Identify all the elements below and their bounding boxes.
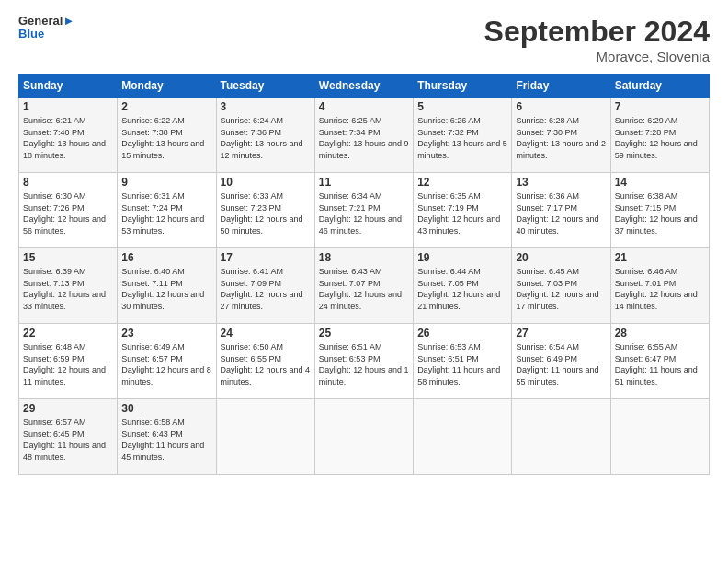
day-number: 22 xyxy=(23,327,113,339)
calendar-cell: 6 Sunrise: 6:28 AMSunset: 7:30 PMDayligh… xyxy=(512,98,610,173)
day-number: 13 xyxy=(516,176,606,189)
calendar-cell: 20 Sunrise: 6:45 AMSunset: 7:03 PMDaylig… xyxy=(512,248,610,324)
day-number: 5 xyxy=(417,100,507,113)
header: General► Blue September 2024 Moravce, Sl… xyxy=(18,15,710,64)
day-number: 15 xyxy=(23,251,113,264)
calendar-cell: 7 Sunrise: 6:29 AMSunset: 7:28 PMDayligh… xyxy=(610,98,709,173)
calendar-cell xyxy=(314,399,413,475)
table-row: 22 Sunrise: 6:48 AMSunset: 6:59 PMDaylig… xyxy=(19,324,710,399)
cell-info: Sunrise: 6:45 AMSunset: 7:03 PMDaylight:… xyxy=(516,266,606,312)
cell-info: Sunrise: 6:54 AMSunset: 6:49 PMDaylight:… xyxy=(516,341,606,387)
col-thursday: Thursday xyxy=(414,75,512,98)
day-number: 19 xyxy=(417,251,507,264)
cell-info: Sunrise: 6:35 AMSunset: 7:19 PMDaylight:… xyxy=(417,190,507,236)
day-number: 3 xyxy=(221,100,311,113)
calendar-cell: 8 Sunrise: 6:30 AMSunset: 7:26 PMDayligh… xyxy=(19,173,118,248)
day-number: 26 xyxy=(417,327,507,339)
day-number: 24 xyxy=(221,327,311,339)
day-number: 14 xyxy=(615,176,705,189)
day-number: 1 xyxy=(23,100,113,113)
table-row: 8 Sunrise: 6:30 AMSunset: 7:26 PMDayligh… xyxy=(19,173,710,248)
calendar-body: 1 Sunrise: 6:21 AMSunset: 7:40 PMDayligh… xyxy=(19,98,710,475)
day-number: 12 xyxy=(417,176,507,189)
calendar-cell: 16 Sunrise: 6:40 AMSunset: 7:11 PMDaylig… xyxy=(118,248,216,324)
cell-info: Sunrise: 6:50 AMSunset: 6:55 PMDaylight:… xyxy=(221,341,311,387)
calendar-cell: 23 Sunrise: 6:49 AMSunset: 6:57 PMDaylig… xyxy=(118,324,216,399)
col-wednesday: Wednesday xyxy=(314,75,413,98)
day-number: 30 xyxy=(121,402,211,415)
month-title: September 2024 xyxy=(484,15,710,49)
cell-info: Sunrise: 6:55 AMSunset: 6:47 PMDaylight:… xyxy=(615,341,705,387)
calendar-cell: 13 Sunrise: 6:36 AMSunset: 7:17 PMDaylig… xyxy=(512,173,610,248)
calendar-cell: 29 Sunrise: 6:57 AMSunset: 6:45 PMDaylig… xyxy=(19,399,118,475)
cell-info: Sunrise: 6:26 AMSunset: 7:32 PMDaylight:… xyxy=(417,115,507,161)
calendar-cell xyxy=(512,399,610,475)
col-saturday: Saturday xyxy=(610,75,709,98)
calendar-cell xyxy=(414,399,512,475)
calendar-cell: 28 Sunrise: 6:55 AMSunset: 6:47 PMDaylig… xyxy=(610,324,709,399)
header-row: Sunday Monday Tuesday Wednesday Thursday… xyxy=(19,75,710,98)
cell-info: Sunrise: 6:21 AMSunset: 7:40 PMDaylight:… xyxy=(23,115,113,161)
cell-info: Sunrise: 6:58 AMSunset: 6:43 PMDaylight:… xyxy=(121,417,211,463)
cell-info: Sunrise: 6:31 AMSunset: 7:24 PMDaylight:… xyxy=(121,190,211,236)
cell-info: Sunrise: 6:28 AMSunset: 7:30 PMDaylight:… xyxy=(516,115,606,161)
calendar-cell: 17 Sunrise: 6:41 AMSunset: 7:09 PMDaylig… xyxy=(216,248,314,324)
calendar-cell: 26 Sunrise: 6:53 AMSunset: 6:51 PMDaylig… xyxy=(414,324,512,399)
day-number: 29 xyxy=(23,402,113,415)
logo: General► Blue xyxy=(18,15,74,41)
calendar-cell: 9 Sunrise: 6:31 AMSunset: 7:24 PMDayligh… xyxy=(118,173,216,248)
cell-info: Sunrise: 6:29 AMSunset: 7:28 PMDaylight:… xyxy=(615,115,705,161)
calendar-cell: 12 Sunrise: 6:35 AMSunset: 7:19 PMDaylig… xyxy=(414,173,512,248)
day-number: 2 xyxy=(121,100,211,113)
calendar-cell xyxy=(610,399,709,475)
cell-info: Sunrise: 6:38 AMSunset: 7:15 PMDaylight:… xyxy=(615,190,705,236)
location: Moravce, Slovenia xyxy=(484,49,710,64)
day-number: 23 xyxy=(121,327,211,339)
day-number: 25 xyxy=(319,327,409,339)
cell-info: Sunrise: 6:41 AMSunset: 7:09 PMDaylight:… xyxy=(221,266,311,312)
cell-info: Sunrise: 6:43 AMSunset: 7:07 PMDaylight:… xyxy=(319,266,409,312)
cell-info: Sunrise: 6:51 AMSunset: 6:53 PMDaylight:… xyxy=(319,341,409,387)
calendar-cell: 19 Sunrise: 6:44 AMSunset: 7:05 PMDaylig… xyxy=(414,248,512,324)
cell-info: Sunrise: 6:24 AMSunset: 7:36 PMDaylight:… xyxy=(221,115,311,161)
calendar-cell: 14 Sunrise: 6:38 AMSunset: 7:15 PMDaylig… xyxy=(610,173,709,248)
cell-info: Sunrise: 6:25 AMSunset: 7:34 PMDaylight:… xyxy=(319,115,409,161)
calendar-cell xyxy=(216,399,314,475)
cell-info: Sunrise: 6:30 AMSunset: 7:26 PMDaylight:… xyxy=(23,190,113,236)
col-monday: Monday xyxy=(118,75,216,98)
day-number: 27 xyxy=(516,327,606,339)
calendar-cell: 25 Sunrise: 6:51 AMSunset: 6:53 PMDaylig… xyxy=(314,324,413,399)
col-tuesday: Tuesday xyxy=(216,75,314,98)
calendar-table: Sunday Monday Tuesday Wednesday Thursday… xyxy=(18,74,710,475)
day-number: 11 xyxy=(319,176,409,189)
calendar-cell: 18 Sunrise: 6:43 AMSunset: 7:07 PMDaylig… xyxy=(314,248,413,324)
day-number: 7 xyxy=(615,100,705,113)
cell-info: Sunrise: 6:34 AMSunset: 7:21 PMDaylight:… xyxy=(319,190,409,236)
cell-info: Sunrise: 6:36 AMSunset: 7:17 PMDaylight:… xyxy=(516,190,606,236)
day-number: 10 xyxy=(221,176,311,189)
calendar-cell: 11 Sunrise: 6:34 AMSunset: 7:21 PMDaylig… xyxy=(314,173,413,248)
calendar-cell: 10 Sunrise: 6:33 AMSunset: 7:23 PMDaylig… xyxy=(216,173,314,248)
day-number: 16 xyxy=(121,251,211,264)
day-number: 18 xyxy=(319,251,409,264)
calendar-cell: 2 Sunrise: 6:22 AMSunset: 7:38 PMDayligh… xyxy=(118,98,216,173)
cell-info: Sunrise: 6:22 AMSunset: 7:38 PMDaylight:… xyxy=(121,115,211,161)
day-number: 9 xyxy=(121,176,211,189)
col-friday: Friday xyxy=(512,75,610,98)
cell-info: Sunrise: 6:44 AMSunset: 7:05 PMDaylight:… xyxy=(417,266,507,312)
col-sunday: Sunday xyxy=(19,75,118,98)
calendar-cell: 1 Sunrise: 6:21 AMSunset: 7:40 PMDayligh… xyxy=(19,98,118,173)
day-number: 28 xyxy=(615,327,705,339)
day-number: 6 xyxy=(516,100,606,113)
calendar-cell: 30 Sunrise: 6:58 AMSunset: 6:43 PMDaylig… xyxy=(118,399,216,475)
cell-info: Sunrise: 6:33 AMSunset: 7:23 PMDaylight:… xyxy=(221,190,311,236)
calendar-cell: 4 Sunrise: 6:25 AMSunset: 7:34 PMDayligh… xyxy=(314,98,413,173)
table-row: 15 Sunrise: 6:39 AMSunset: 7:13 PMDaylig… xyxy=(19,248,710,324)
table-row: 29 Sunrise: 6:57 AMSunset: 6:45 PMDaylig… xyxy=(19,399,710,475)
day-number: 4 xyxy=(319,100,409,113)
table-row: 1 Sunrise: 6:21 AMSunset: 7:40 PMDayligh… xyxy=(19,98,710,173)
title-block: September 2024 Moravce, Slovenia xyxy=(484,15,710,64)
day-number: 21 xyxy=(615,251,705,264)
cell-info: Sunrise: 6:53 AMSunset: 6:51 PMDaylight:… xyxy=(417,341,507,387)
calendar-cell: 3 Sunrise: 6:24 AMSunset: 7:36 PMDayligh… xyxy=(216,98,314,173)
